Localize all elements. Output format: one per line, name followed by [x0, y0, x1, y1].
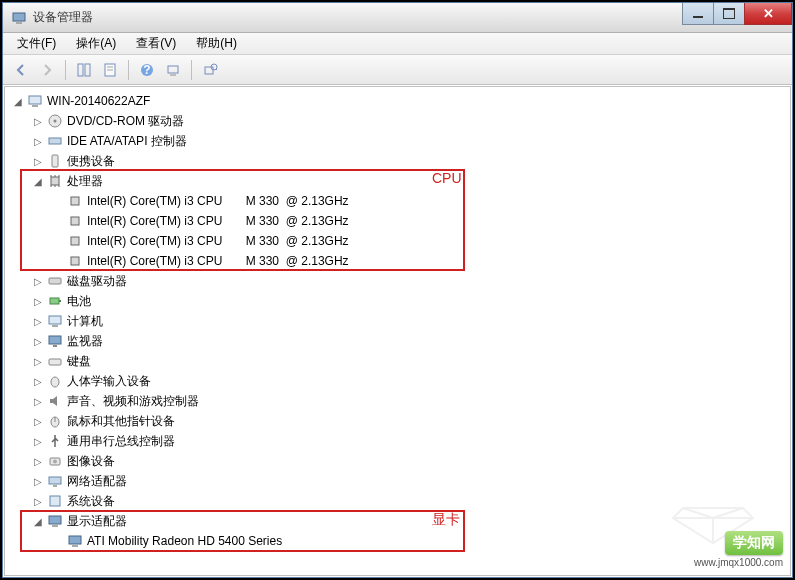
expander-icon[interactable]: ▷	[31, 314, 45, 328]
expander-icon[interactable]: ▷	[31, 334, 45, 348]
device-tree: ◢ WIN-20140622AZF ▷ DVD/CD-ROM 驱动器 ▷ IDE…	[5, 87, 790, 555]
tree-node-label: 监视器	[67, 333, 103, 350]
tree-root[interactable]: ◢ WIN-20140622AZF	[5, 91, 790, 111]
svg-rect-28	[71, 217, 79, 225]
tree-node-hid[interactable]: ▷ 人体学输入设备	[5, 371, 790, 391]
tree-node-imaging[interactable]: ▷ 图像设备	[5, 451, 790, 471]
close-button[interactable]	[744, 3, 792, 25]
menu-help[interactable]: 帮助(H)	[186, 33, 247, 54]
tree-node-label: Intel(R) Core(TM) i3 CPU M 330 @ 2.13GHz	[87, 194, 349, 208]
svg-rect-38	[49, 359, 61, 365]
show-hide-tree-button[interactable]	[72, 58, 96, 82]
tree-node-cpu-item[interactable]: ▷ Intel(R) Core(TM) i3 CPU M 330 @ 2.13G…	[5, 251, 790, 271]
expander-icon[interactable]: ◢	[31, 174, 45, 188]
tree-node-cpu[interactable]: ◢ 处理器	[5, 171, 790, 191]
tree-node-cpu-item[interactable]: ▷ Intel(R) Core(TM) i3 CPU M 330 @ 2.13G…	[5, 191, 790, 211]
system-device-icon	[47, 493, 63, 509]
tree-node-portable[interactable]: ▷ 便携设备	[5, 151, 790, 171]
expander-icon[interactable]: ▷	[31, 414, 45, 428]
tree-node-label: 磁盘驱动器	[67, 273, 127, 290]
maximize-button[interactable]	[713, 3, 745, 25]
tree-node-disk[interactable]: ▷ 磁盘驱动器	[5, 271, 790, 291]
display-adapter-icon	[67, 533, 83, 549]
svg-rect-32	[50, 298, 59, 304]
expander-icon[interactable]: ▷	[31, 154, 45, 168]
svg-rect-30	[71, 257, 79, 265]
tree-node-label: 网络适配器	[67, 473, 127, 490]
tree-node-keyboard[interactable]: ▷ 键盘	[5, 351, 790, 371]
tree-node-monitor[interactable]: ▷ 监视器	[5, 331, 790, 351]
expander-icon[interactable]: ◢	[31, 514, 45, 528]
svg-rect-14	[29, 96, 41, 104]
tree-node-ide[interactable]: ▷ IDE ATA/ATAPI 控制器	[5, 131, 790, 151]
menu-view[interactable]: 查看(V)	[126, 33, 186, 54]
tree-root-label: WIN-20140622AZF	[47, 94, 150, 108]
tree-node-label: 图像设备	[67, 453, 115, 470]
tree-node-label: DVD/CD-ROM 驱动器	[67, 113, 184, 130]
tree-node-mouse[interactable]: ▷ 鼠标和其他指针设备	[5, 411, 790, 431]
disk-drive-icon	[47, 273, 63, 289]
svg-rect-46	[50, 496, 60, 506]
battery-icon	[47, 293, 63, 309]
toolbar-separator	[128, 60, 129, 80]
minimize-button[interactable]	[682, 3, 714, 25]
tree-node-label: 计算机	[67, 313, 103, 330]
watermark-url: www.jmqx1000.com	[694, 557, 783, 568]
menu-action[interactable]: 操作(A)	[66, 33, 126, 54]
expander-icon[interactable]: ▷	[31, 274, 45, 288]
expander-icon[interactable]: ▷	[31, 494, 45, 508]
processor-icon	[67, 213, 83, 229]
tree-node-label: 鼠标和其他指针设备	[67, 413, 175, 430]
svg-rect-11	[205, 67, 213, 74]
expander-icon[interactable]: ▷	[31, 374, 45, 388]
toolbar: ?	[3, 55, 792, 85]
svg-rect-18	[49, 138, 61, 144]
forward-button[interactable]	[35, 58, 59, 82]
tree-node-battery[interactable]: ▷ 电池	[5, 291, 790, 311]
tree-node-sound[interactable]: ▷ 声音、视频和游戏控制器	[5, 391, 790, 411]
tree-node-label: 便携设备	[67, 153, 115, 170]
properties-button[interactable]	[98, 58, 122, 82]
expander-icon[interactable]: ▷	[31, 294, 45, 308]
expander-icon[interactable]: ▷	[31, 454, 45, 468]
expander-icon[interactable]: ▷	[31, 394, 45, 408]
expander-icon[interactable]: ▷	[31, 114, 45, 128]
tree-node-cpu-item[interactable]: ▷ Intel(R) Core(TM) i3 CPU M 330 @ 2.13G…	[5, 231, 790, 251]
menu-file[interactable]: 文件(F)	[7, 33, 66, 54]
tree-node-dvd[interactable]: ▷ DVD/CD-ROM 驱动器	[5, 111, 790, 131]
titlebar[interactable]: 设备管理器	[3, 3, 792, 33]
expander-icon[interactable]: ◢	[11, 94, 25, 108]
processor-icon	[67, 253, 83, 269]
toolbar-separator	[65, 60, 66, 80]
tree-node-label: 显示适配器	[67, 513, 127, 530]
usb-icon	[47, 433, 63, 449]
svg-rect-44	[49, 477, 61, 484]
portable-device-icon	[47, 153, 63, 169]
monitor-icon	[47, 333, 63, 349]
scan-hardware-button[interactable]	[198, 58, 222, 82]
expander-icon[interactable]: ▷	[31, 474, 45, 488]
help-button[interactable]: ?	[135, 58, 159, 82]
svg-rect-37	[53, 345, 57, 347]
svg-rect-35	[52, 325, 58, 327]
processor-icon	[67, 233, 83, 249]
tree-node-label: IDE ATA/ATAPI 控制器	[67, 133, 187, 150]
svg-rect-1	[16, 22, 22, 24]
svg-rect-31	[49, 278, 61, 284]
expander-icon[interactable]: ▷	[31, 354, 45, 368]
back-button[interactable]	[9, 58, 33, 82]
toolbar-separator	[191, 60, 192, 80]
tree-node-label: 键盘	[67, 353, 91, 370]
tree-node-usb[interactable]: ▷ 通用串行总线控制器	[5, 431, 790, 451]
tree-node-cpu-item[interactable]: ▷ Intel(R) Core(TM) i3 CPU M 330 @ 2.13G…	[5, 211, 790, 231]
expander-icon[interactable]: ▷	[31, 434, 45, 448]
tree-node-label: Intel(R) Core(TM) i3 CPU M 330 @ 2.13GHz	[87, 214, 349, 228]
expander-icon[interactable]: ▷	[31, 134, 45, 148]
svg-point-17	[54, 120, 57, 123]
menubar: 文件(F) 操作(A) 查看(V) 帮助(H)	[3, 33, 792, 55]
tree-node-label: Intel(R) Core(TM) i3 CPU M 330 @ 2.13GHz	[87, 234, 349, 248]
tree-node-computer[interactable]: ▷ 计算机	[5, 311, 790, 331]
keyboard-icon	[47, 353, 63, 369]
svg-rect-50	[72, 545, 78, 547]
toolbar-icon[interactable]	[161, 58, 185, 82]
